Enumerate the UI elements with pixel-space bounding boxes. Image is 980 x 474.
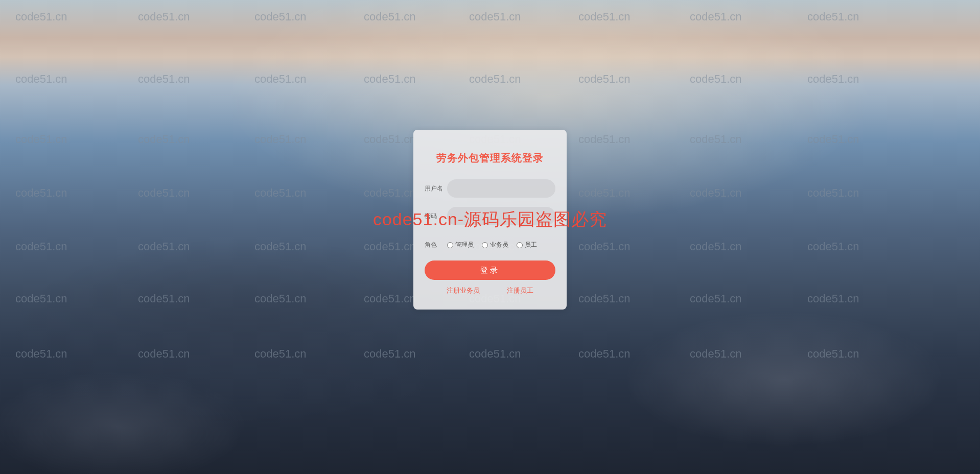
watermark-text: code51.cn [807, 240, 859, 253]
watermark-text: code51.cn [469, 73, 521, 86]
watermark-text: code51.cn [469, 347, 521, 361]
watermark-text: code51.cn [364, 133, 416, 146]
login-button[interactable]: 登录 [425, 260, 555, 280]
watermark-text: code51.cn [690, 292, 742, 305]
watermark-text: code51.cn [15, 73, 67, 86]
watermark-text: code51.cn [578, 73, 631, 86]
watermark-text: code51.cn [578, 10, 631, 23]
role-option-worker[interactable]: 员工 [517, 241, 537, 249]
watermark-text: code51.cn [807, 10, 859, 23]
watermark-text: code51.cn [578, 240, 631, 253]
watermark-text: code51.cn [578, 133, 631, 146]
watermark-text: code51.cn [15, 186, 67, 200]
watermark-text: code51.cn [254, 73, 307, 86]
watermark-text: code51.cn [807, 292, 859, 305]
watermark-text: code51.cn [578, 292, 631, 305]
watermark-text: code51.cn [15, 133, 67, 146]
password-label: 密码 [425, 212, 447, 221]
watermark-text: code51.cn [690, 347, 742, 361]
watermark-text: code51.cn [690, 73, 742, 86]
watermark-text: code51.cn [138, 292, 190, 305]
watermark-text: code51.cn [254, 240, 307, 253]
watermark-text: code51.cn [138, 347, 190, 361]
role-radio-worker-label: 员工 [525, 241, 537, 249]
watermark-text: code51.cn [254, 10, 307, 23]
register-worker-link[interactable]: 注册员工 [507, 286, 533, 295]
role-option-admin[interactable]: 管理员 [447, 241, 474, 249]
watermark-text: code51.cn [138, 240, 190, 253]
watermark-text: code51.cn [690, 133, 742, 146]
watermark-text: code51.cn [138, 10, 190, 23]
watermark-text: code51.cn [138, 186, 190, 200]
watermark-text: code51.cn [690, 10, 742, 23]
watermark-text: code51.cn [15, 292, 67, 305]
watermark-text: code51.cn [690, 240, 742, 253]
role-radio-agent-label: 业务员 [490, 241, 508, 249]
watermark-text: code51.cn [469, 10, 521, 23]
password-row: 密码 [425, 207, 555, 225]
watermark-text: code51.cn [807, 73, 859, 86]
watermark-text: code51.cn [578, 186, 631, 200]
watermark-text: code51.cn [254, 292, 307, 305]
watermark-text: code51.cn [364, 347, 416, 361]
watermark-text: code51.cn [364, 73, 416, 86]
password-input[interactable] [447, 207, 555, 225]
watermark-text: code51.cn [807, 133, 859, 146]
role-option-agent[interactable]: 业务员 [482, 241, 508, 249]
username-input[interactable] [447, 179, 555, 198]
watermark-text: code51.cn [254, 186, 307, 200]
watermark-text: code51.cn [364, 292, 416, 305]
username-label: 用户名 [425, 184, 447, 193]
watermark-text: code51.cn [15, 10, 67, 23]
role-radio-worker[interactable] [517, 242, 523, 248]
watermark-text: code51.cn [364, 10, 416, 23]
watermark-text: code51.cn [807, 347, 859, 361]
watermark-text: code51.cn [138, 73, 190, 86]
watermark-text: code51.cn [254, 347, 307, 361]
login-title: 劳务外包管理系统登录 [425, 151, 555, 165]
watermark-text: code51.cn [254, 133, 307, 146]
watermark-text: code51.cn [364, 186, 416, 200]
role-radio-agent[interactable] [482, 242, 488, 248]
register-agent-link[interactable]: 注册业务员 [447, 286, 480, 295]
role-row: 角色 管理员 业务员 员工 [425, 241, 555, 249]
watermark-text: code51.cn [15, 240, 67, 253]
watermark-text: code51.cn [15, 347, 67, 361]
username-row: 用户名 [425, 179, 555, 198]
role-radio-admin-label: 管理员 [455, 241, 474, 249]
role-radio-admin[interactable] [447, 242, 453, 248]
role-label: 角色 [425, 241, 447, 249]
login-card: 劳务外包管理系统登录 用户名 密码 角色 管理员 业务员 员工 登录 注册业务员… [413, 130, 567, 310]
watermark-text: code51.cn [690, 186, 742, 200]
watermark-text: code51.cn [138, 133, 190, 146]
watermark-text: code51.cn [578, 347, 631, 361]
watermark-text: code51.cn [364, 240, 416, 253]
register-links-row: 注册业务员 注册员工 [425, 286, 555, 295]
watermark-text: code51.cn [807, 186, 859, 200]
